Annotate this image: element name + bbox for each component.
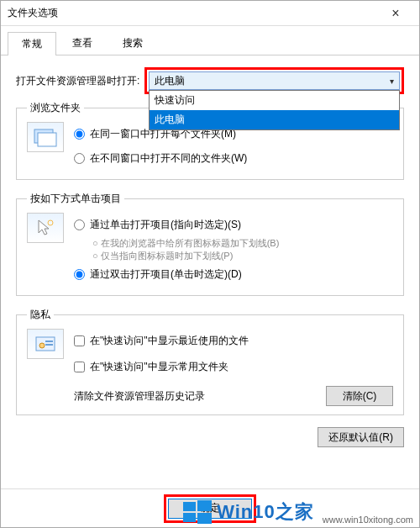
watermark: Win10之家 www.win10xitong.com [183, 499, 413, 525]
privacy-legend: 隐私 [27, 308, 54, 322]
restore-defaults-button[interactable]: 还原默认值(R) [318, 427, 404, 447]
privacy-group: 隐私 在"快速访问"中显示最近使用的文件 在"快速访问"中显示常用文件夹 清 [16, 308, 404, 415]
check-freq-folders[interactable]: 在"快速访问"中显示常用文件夹 [74, 360, 393, 374]
radio-double-click-input[interactable] [74, 269, 85, 280]
radio-single-click[interactable]: 通过单击打开项目(指向时选定)(S) [74, 218, 393, 232]
restore-row: 还原默认值(R) [16, 427, 404, 447]
click-legend: 按如下方式单击项目 [27, 192, 124, 206]
cursor-icon [27, 213, 64, 243]
check-freq-folders-input[interactable] [74, 362, 85, 372]
open-explorer-select[interactable]: 此电脑 ▾ [149, 71, 400, 90]
sub-underline-hover: ○ 仅当指向图标标题时加下划线(P) [92, 250, 393, 262]
browse-legend: 浏览文件夹 [27, 101, 84, 115]
close-icon[interactable]: × [379, 3, 412, 24]
radio-single-click-input[interactable] [74, 219, 85, 230]
windows-logo-icon [183, 499, 212, 525]
svg-rect-10 [197, 513, 212, 524]
open-explorer-label: 打开文件资源管理器时打开: [16, 74, 139, 88]
folder-options-window: 文件夹选项 × 常规 查看 搜索 打开文件资源管理器时打开: 此电脑 ▾ 快速访… [0, 0, 420, 528]
clear-history-row: 清除文件资源管理器历史记录 清除(C) [74, 386, 393, 406]
radio-diff-window[interactable]: 在不同窗口中打开不同的文件夹(W) [74, 151, 393, 166]
sub-underline-all: ○ 在我的浏览器中给所有图标标题加下划线(B) [92, 237, 393, 250]
privacy-icon [27, 329, 64, 359]
click-items-group: 按如下方式单击项目 通过单击打开项目(指向时选定)(S) ○ 在我的浏览器中给所… [16, 192, 404, 296]
check-recent-files-input[interactable] [74, 335, 85, 346]
radio-diff-window-input[interactable] [74, 153, 85, 164]
svg-rect-6 [45, 344, 53, 346]
tab-view[interactable]: 查看 [58, 31, 107, 55]
svg-rect-1 [38, 133, 56, 146]
tab-bar: 常规 查看 搜索 [1, 26, 419, 55]
watermark-brand: Win10之家 [217, 499, 314, 525]
folder-window-icon [27, 122, 64, 152]
check-recent-files[interactable]: 在"快速访问"中显示最近使用的文件 [74, 334, 393, 348]
chevron-down-icon: ▾ [390, 77, 394, 86]
option-this-pc[interactable]: 此电脑 [150, 110, 399, 129]
radio-double-click[interactable]: 通过双击打开项目(单击时选定)(D) [74, 267, 393, 282]
svg-rect-5 [45, 341, 53, 342]
window-title: 文件夹选项 [8, 6, 379, 20]
svg-point-2 [48, 220, 53, 225]
svg-point-4 [39, 343, 45, 348]
clear-button[interactable]: 清除(C) [326, 386, 393, 406]
clear-history-label: 清除文件资源管理器历史记录 [74, 389, 205, 404]
content-area: 打开文件资源管理器时打开: 此电脑 ▾ 快速访问 此电脑 浏览文件夹 [1, 55, 419, 488]
open-explorer-row: 打开文件资源管理器时打开: 此电脑 ▾ 快速访问 此电脑 [16, 67, 404, 94]
watermark-url: www.win10xitong.com [323, 515, 413, 525]
svg-rect-9 [183, 513, 196, 522]
svg-rect-7 [183, 502, 196, 511]
titlebar: 文件夹选项 × [1, 1, 419, 26]
tab-search[interactable]: 搜索 [108, 31, 157, 55]
option-quick-access[interactable]: 快速访问 [150, 91, 399, 110]
tab-general[interactable]: 常规 [8, 32, 56, 55]
svg-rect-8 [197, 500, 212, 511]
open-explorer-dropdown: 快速访问 此电脑 [149, 90, 400, 130]
radio-same-window-input[interactable] [74, 129, 85, 140]
open-explorer-select-wrap: 此电脑 ▾ 快速访问 此电脑 [144, 67, 404, 94]
open-explorer-selected: 此电脑 [155, 74, 185, 88]
